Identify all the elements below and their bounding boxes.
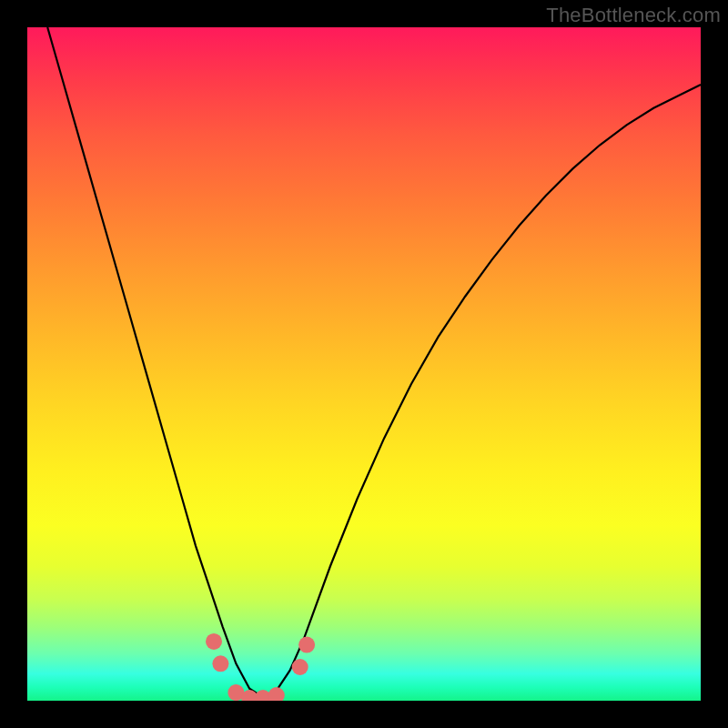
watermark-text: TheBottleneck.com <box>546 4 721 27</box>
bottleneck-curve <box>47 27 701 697</box>
highlight-dot <box>292 659 308 675</box>
highlight-dot <box>206 633 222 650</box>
flat-bottom-markers <box>206 633 315 701</box>
highlight-dot <box>212 655 228 672</box>
highlight-dot <box>298 637 315 653</box>
highlight-dot <box>268 687 285 701</box>
curve-svg <box>27 27 701 701</box>
plot-area <box>27 27 701 701</box>
chart-frame: TheBottleneck.com <box>0 0 728 728</box>
